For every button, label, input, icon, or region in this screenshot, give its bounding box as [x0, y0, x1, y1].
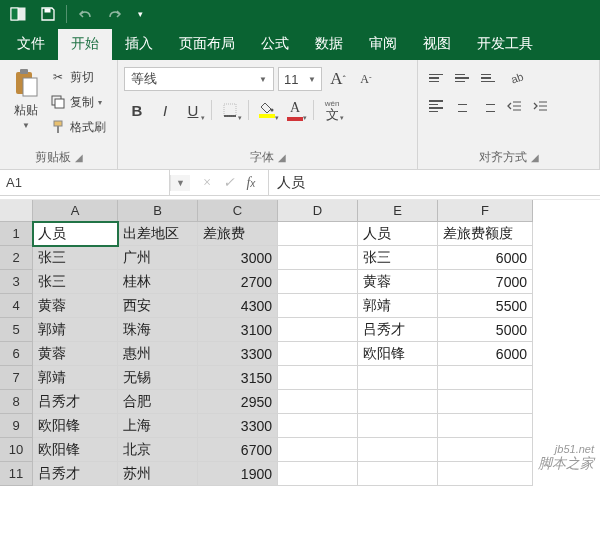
cell-C11[interactable]: 1900: [198, 462, 278, 486]
align-left-button[interactable]: [424, 95, 448, 117]
align-right-button[interactable]: [476, 95, 500, 117]
cell-F4[interactable]: 5500: [438, 294, 533, 318]
cell-E10[interactable]: [358, 438, 438, 462]
cell-B6[interactable]: 惠州: [118, 342, 198, 366]
cell-D10[interactable]: [278, 438, 358, 462]
undo-icon[interactable]: [71, 2, 99, 26]
row-header-1[interactable]: 1: [0, 222, 33, 246]
row-header-10[interactable]: 10: [0, 438, 33, 462]
tab-view[interactable]: 视图: [410, 29, 464, 60]
cell-C5[interactable]: 3100: [198, 318, 278, 342]
copy-button[interactable]: 复制 ▾: [50, 91, 106, 113]
cell-F7[interactable]: [438, 366, 533, 390]
excel-app-icon[interactable]: [4, 2, 32, 26]
cell-F9[interactable]: [438, 414, 533, 438]
col-header-E[interactable]: E: [358, 200, 438, 222]
cell-B7[interactable]: 无锡: [118, 366, 198, 390]
cell-E11[interactable]: [358, 462, 438, 486]
format-painter-button[interactable]: 格式刷: [50, 116, 106, 138]
cell-F1[interactable]: 差旅费额度: [438, 222, 533, 246]
dialog-launcher-icon[interactable]: ◢: [531, 152, 539, 163]
cell-F5[interactable]: 5000: [438, 318, 533, 342]
cell-E6[interactable]: 欧阳锋: [358, 342, 438, 366]
cell-A11[interactable]: 吕秀才: [33, 462, 118, 486]
cell-B4[interactable]: 西安: [118, 294, 198, 318]
row-header-11[interactable]: 11: [0, 462, 33, 486]
row-header-9[interactable]: 9: [0, 414, 33, 438]
font-name-select[interactable]: 等线 ▼: [124, 67, 274, 91]
tab-formulas[interactable]: 公式: [248, 29, 302, 60]
align-center-button[interactable]: [450, 95, 474, 117]
cell-D11[interactable]: [278, 462, 358, 486]
row-header-6[interactable]: 6: [0, 342, 33, 366]
tab-home[interactable]: 开始: [58, 29, 112, 60]
col-header-F[interactable]: F: [438, 200, 533, 222]
decrease-indent-button[interactable]: [502, 95, 526, 117]
customize-qat-icon[interactable]: ▾: [131, 2, 149, 26]
cell-D3[interactable]: [278, 270, 358, 294]
cell-D2[interactable]: [278, 246, 358, 270]
tab-review[interactable]: 审阅: [356, 29, 410, 60]
row-header-4[interactable]: 4: [0, 294, 33, 318]
paste-button[interactable]: 粘贴 ▼: [6, 64, 46, 138]
cell-C8[interactable]: 2950: [198, 390, 278, 414]
cell-E1[interactable]: 人员: [358, 222, 438, 246]
cell-A8[interactable]: 吕秀才: [33, 390, 118, 414]
cell-E5[interactable]: 吕秀才: [358, 318, 438, 342]
row-header-2[interactable]: 2: [0, 246, 33, 270]
cell-E7[interactable]: [358, 366, 438, 390]
cell-D9[interactable]: [278, 414, 358, 438]
cell-F6[interactable]: 6000: [438, 342, 533, 366]
col-header-A[interactable]: A: [33, 200, 118, 222]
col-header-B[interactable]: B: [118, 200, 198, 222]
cell-A7[interactable]: 郭靖: [33, 366, 118, 390]
select-all-corner[interactable]: [0, 200, 33, 222]
phonetic-button[interactable]: wén 文 ▾: [319, 97, 345, 123]
cell-C2[interactable]: 3000: [198, 246, 278, 270]
tab-data[interactable]: 数据: [302, 29, 356, 60]
cell-C10[interactable]: 6700: [198, 438, 278, 462]
dialog-launcher-icon[interactable]: ◢: [278, 152, 286, 163]
name-box[interactable]: A1: [0, 170, 170, 195]
cell-F8[interactable]: [438, 390, 533, 414]
name-box-dropdown[interactable]: ▼: [170, 175, 190, 191]
cell-E3[interactable]: 黄蓉: [358, 270, 438, 294]
cell-C3[interactable]: 2700: [198, 270, 278, 294]
cancel-icon[interactable]: ×: [198, 175, 216, 191]
tab-page-layout[interactable]: 页面布局: [166, 29, 248, 60]
decrease-font-button[interactable]: Aˇ: [354, 67, 378, 91]
cell-B8[interactable]: 合肥: [118, 390, 198, 414]
cell-B3[interactable]: 桂林: [118, 270, 198, 294]
cell-B5[interactable]: 珠海: [118, 318, 198, 342]
row-header-5[interactable]: 5: [0, 318, 33, 342]
underline-button[interactable]: U▾: [180, 97, 206, 123]
cell-B2[interactable]: 广州: [118, 246, 198, 270]
cell-D1[interactable]: [278, 222, 358, 246]
row-header-7[interactable]: 7: [0, 366, 33, 390]
cell-C9[interactable]: 3300: [198, 414, 278, 438]
cell-F11[interactable]: [438, 462, 533, 486]
dialog-launcher-icon[interactable]: ◢: [75, 152, 83, 163]
border-button[interactable]: ▾: [217, 97, 243, 123]
italic-button[interactable]: I: [152, 97, 178, 123]
cell-B10[interactable]: 北京: [118, 438, 198, 462]
orientation-button[interactable]: ab: [502, 67, 532, 89]
bold-button[interactable]: B: [124, 97, 150, 123]
tab-insert[interactable]: 插入: [112, 29, 166, 60]
cell-A6[interactable]: 黄蓉: [33, 342, 118, 366]
cell-A5[interactable]: 郭靖: [33, 318, 118, 342]
cell-E8[interactable]: [358, 390, 438, 414]
cell-A2[interactable]: 张三: [33, 246, 118, 270]
increase-font-button[interactable]: Aˆ: [326, 67, 350, 91]
save-icon[interactable]: [34, 2, 62, 26]
cell-C1[interactable]: 差旅费: [198, 222, 278, 246]
align-bottom-button[interactable]: [476, 67, 500, 89]
fill-color-button[interactable]: ▾: [254, 97, 280, 123]
cell-F10[interactable]: [438, 438, 533, 462]
fx-icon[interactable]: fx: [242, 175, 260, 191]
col-header-D[interactable]: D: [278, 200, 358, 222]
cell-A1[interactable]: 人员: [33, 222, 118, 246]
cell-A3[interactable]: 张三: [33, 270, 118, 294]
enter-icon[interactable]: ✓: [220, 174, 238, 191]
tab-file[interactable]: 文件: [4, 29, 58, 60]
